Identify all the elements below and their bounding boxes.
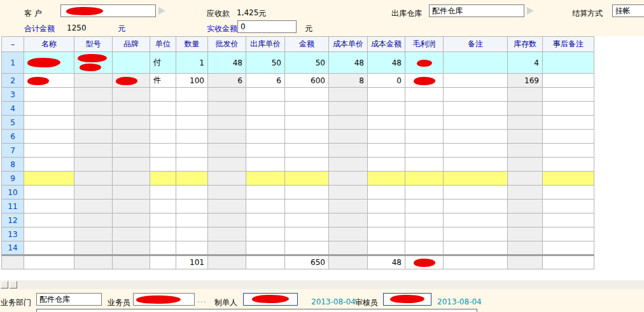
cell-qty[interactable]: [176, 227, 208, 241]
cell-cost_price[interactable]: [329, 214, 368, 227]
cell-profit[interactable]: [405, 52, 444, 74]
cell-brand[interactable]: [113, 255, 150, 269]
cell-name[interactable]: [24, 200, 74, 214]
cell-stock[interactable]: [508, 172, 543, 186]
row-number[interactable]: 14: [2, 241, 24, 255]
cell-out_price[interactable]: [246, 241, 285, 255]
cell-post_remark[interactable]: [543, 88, 594, 102]
cell-stock[interactable]: [508, 130, 543, 144]
cell-qty[interactable]: [176, 200, 208, 214]
cell-post_remark[interactable]: [543, 52, 594, 74]
cell-out_price[interactable]: [246, 186, 285, 200]
cell-name[interactable]: [24, 255, 74, 269]
cell-qty[interactable]: [176, 144, 208, 158]
cell-name[interactable]: [24, 116, 74, 130]
cell-wholesale[interactable]: [208, 227, 246, 241]
cell-unit[interactable]: [150, 214, 176, 227]
row-number[interactable]: 5: [2, 116, 24, 130]
cell-unit[interactable]: [150, 227, 176, 241]
customer-input[interactable]: [60, 4, 156, 17]
cell-cost_price[interactable]: [329, 88, 368, 102]
cell-remark[interactable]: [444, 200, 508, 214]
cell-qty[interactable]: [176, 241, 208, 255]
cell-post_remark[interactable]: [543, 130, 594, 144]
cell-out_price[interactable]: 50: [246, 52, 285, 74]
cell-remark[interactable]: [444, 227, 508, 241]
cell-amount[interactable]: 650: [285, 255, 329, 269]
cell-remark[interactable]: [444, 88, 508, 102]
cell-out_price[interactable]: [246, 144, 285, 158]
cell-stock[interactable]: [508, 144, 543, 158]
cell-brand[interactable]: [113, 200, 150, 214]
row-number[interactable]: 13: [2, 227, 24, 241]
cell-cost_amount[interactable]: [368, 200, 405, 214]
cell-model[interactable]: [74, 88, 113, 102]
row-number[interactable]: [2, 255, 24, 269]
dropdown-arrow-icon[interactable]: [527, 7, 534, 15]
cell-out_price[interactable]: [246, 200, 285, 214]
cell-amount[interactable]: [285, 102, 329, 116]
cell-qty[interactable]: [176, 116, 208, 130]
cell-out_price[interactable]: [246, 227, 285, 241]
cell-profit[interactable]: [405, 74, 444, 88]
cell-cost_price[interactable]: [329, 102, 368, 116]
cell-profit[interactable]: [405, 102, 444, 116]
cell-model[interactable]: [74, 144, 113, 158]
cell-stock[interactable]: [508, 241, 543, 255]
cell-qty[interactable]: [176, 130, 208, 144]
cell-wholesale[interactable]: [208, 116, 246, 130]
cell-out_price[interactable]: [246, 130, 285, 144]
cell-wholesale[interactable]: [208, 158, 246, 172]
cell-out_price[interactable]: 6: [246, 74, 285, 88]
cell-amount[interactable]: 50: [285, 52, 329, 74]
cell-profit[interactable]: [405, 255, 444, 269]
cell-cost_price[interactable]: [329, 158, 368, 172]
cell-post_remark[interactable]: [543, 241, 594, 255]
cell-remark[interactable]: [444, 144, 508, 158]
cell-name[interactable]: [24, 158, 74, 172]
cell-stock[interactable]: [508, 88, 543, 102]
cell-profit[interactable]: [405, 227, 444, 241]
cell-stock[interactable]: [508, 255, 543, 269]
cell-wholesale[interactable]: 48: [208, 52, 246, 74]
settlement-input[interactable]: [612, 4, 644, 17]
row-number[interactable]: 12: [2, 214, 24, 227]
cell-unit[interactable]: 件: [150, 74, 176, 88]
cell-cost_amount[interactable]: [368, 214, 405, 227]
cell-brand[interactable]: [113, 158, 150, 172]
cell-amount[interactable]: [285, 241, 329, 255]
cell-amount[interactable]: [285, 88, 329, 102]
cell-qty[interactable]: [176, 158, 208, 172]
cell-unit[interactable]: [150, 88, 176, 102]
remark-textarea[interactable]: [36, 309, 477, 312]
cell-profit[interactable]: [405, 200, 444, 214]
cell-name[interactable]: [24, 130, 74, 144]
cell-model[interactable]: [74, 158, 113, 172]
row-number[interactable]: 3: [2, 88, 24, 102]
cell-out_price[interactable]: [246, 116, 285, 130]
cell-remark[interactable]: [444, 255, 508, 269]
salesman-input[interactable]: [133, 293, 195, 306]
cell-cost_amount[interactable]: [368, 88, 405, 102]
cell-model[interactable]: [74, 102, 113, 116]
cell-stock[interactable]: [508, 200, 543, 214]
cell-wholesale[interactable]: [208, 255, 246, 269]
cell-qty[interactable]: 101: [176, 255, 208, 269]
cell-wholesale[interactable]: [208, 186, 246, 200]
cell-stock[interactable]: [508, 227, 543, 241]
cell-remark[interactable]: [444, 116, 508, 130]
cell-amount[interactable]: [285, 130, 329, 144]
cell-profit[interactable]: [405, 241, 444, 255]
cell-out_price[interactable]: [246, 158, 285, 172]
cell-cost_amount[interactable]: [368, 130, 405, 144]
row-number[interactable]: 6: [2, 130, 24, 144]
cell-stock[interactable]: [508, 102, 543, 116]
cell-remark[interactable]: [444, 74, 508, 88]
cell-model[interactable]: [74, 227, 113, 241]
cell-post_remark[interactable]: [543, 186, 594, 200]
cell-profit[interactable]: [405, 144, 444, 158]
cell-cost_amount[interactable]: [368, 116, 405, 130]
cell-model[interactable]: [74, 186, 113, 200]
scrollbar-button-left[interactable]: [1, 281, 8, 288]
cell-cost_price[interactable]: [329, 186, 368, 200]
